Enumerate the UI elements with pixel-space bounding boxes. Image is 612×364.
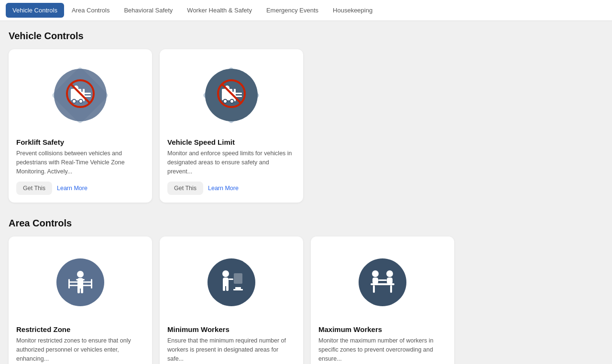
svg-rect-14 (235, 96, 242, 97)
speed-limit-title: Vehicle Speed Limit (167, 138, 295, 146)
svg-point-17 (224, 100, 227, 103)
tab-housekeeping[interactable]: Housekeeping (326, 3, 379, 18)
maximum-workers-svg-icon (363, 263, 402, 301)
speed-svg-icon (215, 78, 248, 112)
minimum-workers-title: Minimum Workers (167, 325, 295, 333)
tab-behavioral-safety[interactable]: Behavioral Safety (117, 3, 179, 18)
forklift-safety-actions: Get This Learn More (16, 182, 144, 195)
restricted-zone-title: Restricted Zone (16, 325, 144, 333)
svg-rect-49 (378, 279, 387, 281)
svg-rect-30 (68, 285, 92, 286)
maximum-workers-desc: Monitor the maximum number of workers in… (318, 336, 447, 363)
minimum-workers-card: Minimum Workers Ensure that the minimum … (160, 236, 303, 364)
minimum-workers-icon-area (167, 244, 295, 321)
svg-rect-1 (84, 93, 91, 94)
speed-icon-area (167, 57, 295, 133)
speed-get-button[interactable]: Get This (167, 182, 203, 195)
svg-rect-28 (81, 287, 83, 293)
svg-rect-13 (235, 93, 242, 94)
svg-point-19 (230, 100, 233, 103)
svg-rect-26 (76, 279, 85, 280)
vehicle-speed-limit-card: Vehicle Speed Limit Monitor and enforce … (160, 49, 303, 203)
forklift-safety-title: Forklift Safety (16, 138, 144, 146)
area-controls-grid: Restricted Zone Monitor restricted zones… (9, 236, 603, 364)
svg-rect-27 (77, 287, 80, 293)
area-controls-title: Area Controls (9, 218, 603, 229)
forklift-icon-wrapper (40, 62, 121, 128)
svg-rect-44 (390, 285, 392, 293)
speed-learn-button[interactable]: Learn More (208, 185, 239, 192)
maximum-workers-card: Maximum Workers Monitor the maximum numb… (311, 236, 454, 364)
svg-point-7 (79, 100, 82, 103)
minimum-workers-desc: Ensure that the minimum required number … (167, 336, 295, 363)
svg-point-24 (77, 271, 84, 278)
vehicle-controls-title: Vehicle Controls (9, 31, 603, 42)
navigation-bar: Vehicle Controls Area Controls Behaviora… (0, 0, 612, 21)
forklift-icon-area (16, 57, 144, 133)
maximum-workers-icon-area (318, 244, 447, 321)
svg-point-33 (222, 270, 229, 277)
speed-icon-wrapper (191, 62, 272, 128)
forklift-safety-card: Forklift Safety Prevent collisions betwe… (9, 49, 152, 203)
tab-area-controls[interactable]: Area Controls (65, 3, 116, 18)
restricted-zone-svg-icon (64, 266, 97, 299)
svg-point-5 (73, 100, 76, 103)
maximum-workers-icon-wrapper (351, 251, 414, 313)
svg-rect-32 (91, 279, 92, 289)
svg-rect-2 (84, 96, 91, 97)
minimum-workers-icon-wrapper (200, 251, 262, 313)
tab-worker-health[interactable]: Worker Health & Safety (180, 3, 259, 18)
main-content: Vehicle Controls (0, 21, 612, 364)
svg-rect-29 (68, 281, 92, 283)
svg-rect-36 (226, 284, 229, 291)
svg-rect-41 (229, 278, 233, 280)
svg-rect-31 (68, 279, 70, 289)
maximum-workers-title: Maximum Workers (318, 325, 447, 333)
svg-rect-38 (234, 273, 242, 284)
svg-rect-39 (235, 287, 241, 289)
svg-rect-43 (373, 285, 375, 293)
forklift-safety-desc: Prevent collisions between vehicles and … (16, 149, 144, 176)
svg-rect-40 (233, 289, 243, 290)
speed-limit-desc: Monitor and enforce speed limits for veh… (167, 149, 295, 176)
forklift-learn-button[interactable]: Learn More (57, 185, 87, 192)
restricted-zone-card: Restricted Zone Monitor restricted zones… (9, 236, 152, 364)
svg-point-45 (372, 270, 379, 277)
speed-limit-actions: Get This Learn More (167, 182, 295, 195)
svg-rect-46 (372, 278, 378, 284)
minimum-workers-svg-icon (212, 263, 251, 301)
svg-point-47 (386, 270, 393, 277)
restricted-zone-desc: Monitor restricted zones to ensure that … (16, 336, 144, 363)
tab-vehicle-controls[interactable]: Vehicle Controls (6, 3, 64, 18)
svg-rect-48 (387, 278, 393, 284)
vehicle-controls-grid: Forklift Safety Prevent collisions betwe… (9, 49, 603, 203)
forklift-get-button[interactable]: Get This (16, 182, 52, 195)
restricted-zone-icon-wrapper (49, 251, 111, 313)
restricted-zone-icon-area (16, 244, 144, 321)
svg-rect-35 (223, 284, 225, 291)
tab-emergency-events[interactable]: Emergency Events (260, 3, 325, 18)
forklift-svg-icon (64, 78, 97, 112)
